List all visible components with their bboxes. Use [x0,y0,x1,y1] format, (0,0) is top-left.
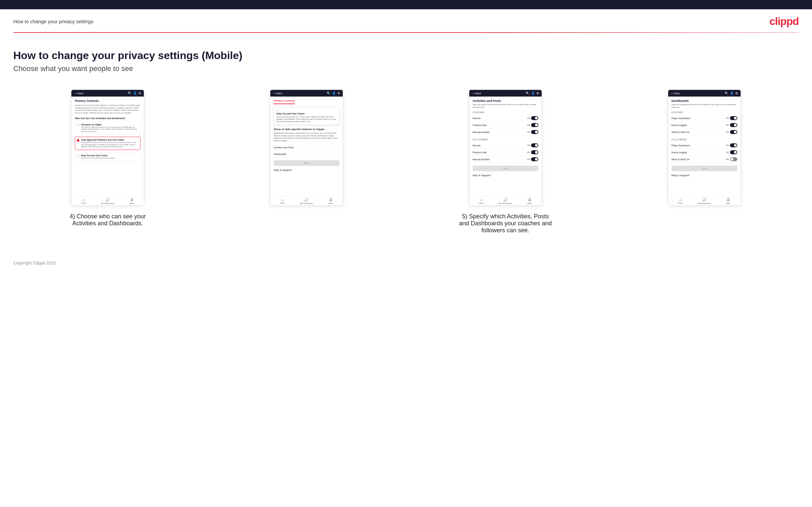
phone-1-nav-home[interactable]: ⌂ Home [71,196,96,206]
tooltip-desc: Only you and the coaches you connect wit… [276,116,337,123]
toggle-switch-d-followers-insights[interactable] [730,150,737,154]
phone-3-nav-menu[interactable]: ☰ Menu [517,196,542,206]
radio-option-3[interactable]: Only You and Your Coach Only you and the… [75,152,141,161]
person-icon-4[interactable]: 👤 [730,92,733,95]
toggle-followers-rounds[interactable]: Rounds ON [472,142,538,149]
settings-icon-4[interactable]: ⚙ [735,92,738,95]
toggle-followers-manual[interactable]: Manual Activities ON [472,156,538,163]
screenshot-group-1: ‹ < Back 🔍 👤 ⚙ Privacy Controls Control … [13,90,202,227]
toggle-switch-coaches-manual[interactable] [531,130,538,134]
phone-1-nav-menu[interactable]: ☰ Menu [120,196,144,206]
toggle-switch-followers-manual[interactable] [531,157,538,161]
menu-row-activities[interactable]: Activities and Posts › [274,144,340,151]
chart-icon-3: 📈 [503,198,508,202]
phone-2-nav-performance[interactable]: 📈 My Performance [295,196,319,206]
toggle-d-followers-player[interactable]: Player Dashboard ON [671,142,737,149]
phone-4-icons: 🔍 👤 ⚙ [725,92,738,95]
toggle-switch-d-coaches-insights[interactable] [730,123,737,127]
toggle-followers-manual-switch[interactable]: ON [527,157,538,161]
menu-row-dashboards[interactable]: Dashboards › [274,151,340,158]
phone-1-nav-performance[interactable]: 📈 My Performance [96,196,120,206]
phone-1-title: Privacy Controls [75,99,141,103]
toggle-switch-d-coaches-work[interactable] [730,130,737,134]
settings-icon-2[interactable]: ⚙ [338,92,340,95]
phone-3-nav-home[interactable]: ⌂ Home [469,196,494,206]
chart-icon-4: 📈 [702,198,707,202]
settings-icon-3[interactable]: ⚙ [536,92,539,95]
radio-2[interactable] [77,139,80,142]
toggle-d-followers-insights[interactable]: Round Insights ON [671,149,737,156]
menu-row-dashboards-label: Dashboards [274,153,286,155]
toggle-coaches-rounds-switch[interactable]: ON [527,116,538,120]
menu-icon-3: ☰ [528,198,531,202]
search-icon-2[interactable]: 🔍 [327,92,331,95]
phone-3: ‹ < Back 🔍 👤 ⚙ Activities and Posts Sele… [469,90,542,206]
toggle-coaches-drills[interactable]: Practice Drills ON [472,122,538,129]
phone-2-back[interactable]: ‹ < Back [273,92,282,95]
phone-4-bottomnav: ⌂ Home 📈 My Performance ☰ Menu [668,196,741,206]
phone-2-tab[interactable]: Privacy Controls [274,99,295,104]
toggle-d-coaches-work[interactable]: What To Work On ON [671,129,737,136]
toggle-coaches-manual-label: Manual Activities [472,131,490,133]
settings-icon[interactable]: ⚙ [139,92,141,95]
radio-1[interactable] [77,124,80,126]
search-icon[interactable]: 🔍 [128,92,132,95]
toggle-d-followers-insights-switch[interactable]: ON [726,150,737,154]
toggle-switch-d-coaches-player[interactable] [730,116,737,120]
toggle-coaches-manual-switch[interactable]: ON [527,130,538,134]
phone-4-nav-performance[interactable]: 📈 My Performance [692,196,716,206]
toggle-d-coaches-insights-switch[interactable]: ON [726,123,737,127]
phone-4-title: Dashboards [671,99,737,103]
phone-4-back[interactable]: ‹ < Back [671,92,680,95]
radio-3[interactable] [77,155,80,157]
phone-2-nav-home[interactable]: ⌂ Home [270,196,295,206]
phone-4-nav-home[interactable]: ⌂ Home [668,196,693,206]
toggle-coaches-rounds[interactable]: Rounds ON [472,115,538,122]
phone-2-content: Privacy Controls Only You and Your Coach… [270,97,343,196]
toggle-followers-drills[interactable]: Practice Drills ON [472,149,538,156]
copyright: Copyright Clippd 2022 [13,261,56,266]
phone-1-back[interactable]: ‹ < Back [74,92,83,95]
phone-1-section: Who Can See Your Activities and Dashboar… [75,117,141,119]
save-button-4[interactable]: Save [671,166,737,171]
toggle-d-followers-player-switch[interactable]: ON [726,143,737,147]
person-icon-3[interactable]: 👤 [531,92,535,95]
toggle-d-coaches-player-label: Player Dashboard [671,117,690,119]
phone-2-section-title: Show or hide specific features in Clippd [274,128,340,131]
person-icon[interactable]: 👤 [133,92,137,95]
radio-3-desc: Only you and the coaches you connect wit… [81,157,115,159]
toggle-coaches-manual[interactable]: Manual Activities ON [472,129,538,136]
breadcrumb: How to change your privacy settings [13,18,93,24]
toggle-switch-coaches-drills[interactable] [531,123,538,127]
toggle-switch-followers-rounds[interactable] [531,143,538,147]
toggle-d-coaches-player[interactable]: Player Dashboard ON [671,115,737,122]
phone-3-nav-performance[interactable]: 📈 My Performance [494,196,518,206]
toggle-followers-drills-label: Practice Drills [472,151,487,154]
search-icon-3[interactable]: 🔍 [526,92,529,95]
toggle-d-followers-work-switch[interactable]: ON [726,157,737,161]
toggle-d-coaches-work-switch[interactable]: ON [726,130,737,134]
toggle-d-followers-work[interactable]: What To Work On ON [671,156,737,163]
toggle-followers-drills-switch[interactable]: ON [527,150,538,154]
toggle-coaches-drills-switch[interactable]: ON [527,123,538,127]
save-button-2[interactable]: Save [274,160,340,166]
toggle-d-coaches-insights[interactable]: Round Insights ON [671,122,737,129]
phone-3-back[interactable]: ‹ < Back [472,92,481,95]
toggle-switch-d-followers-player[interactable] [730,143,737,147]
toggle-switch-followers-drills[interactable] [531,150,538,154]
radio-option-2[interactable]: Only Approved Followers and Your Coach O… [75,137,141,150]
phone-2-nav-menu[interactable]: ☰ Menu [318,196,343,206]
phone-4-nav-menu[interactable]: ☰ Menu [716,196,741,206]
toggle-switch-d-followers-work[interactable] [730,157,737,161]
toggle-coaches-drills-label: Practice Drills [472,124,487,126]
search-icon-4[interactable]: 🔍 [725,92,728,95]
toggle-d-coaches-player-switch[interactable]: ON [726,116,737,120]
person-icon-2[interactable]: 👤 [332,92,336,95]
radio-option-1[interactable]: Everyone on Clippd Everyone on Clippd ca… [75,121,141,135]
toggle-followers-rounds-switch[interactable]: ON [527,143,538,147]
save-button-3[interactable]: Save [472,166,538,171]
toggle-followers-manual-label: Manual Activities [472,158,490,161]
menu-icon-2: ☰ [329,198,333,202]
toggle-switch-coaches-rounds[interactable] [531,116,538,120]
radio-2-desc: Only approved followers and coaches you … [81,142,139,148]
